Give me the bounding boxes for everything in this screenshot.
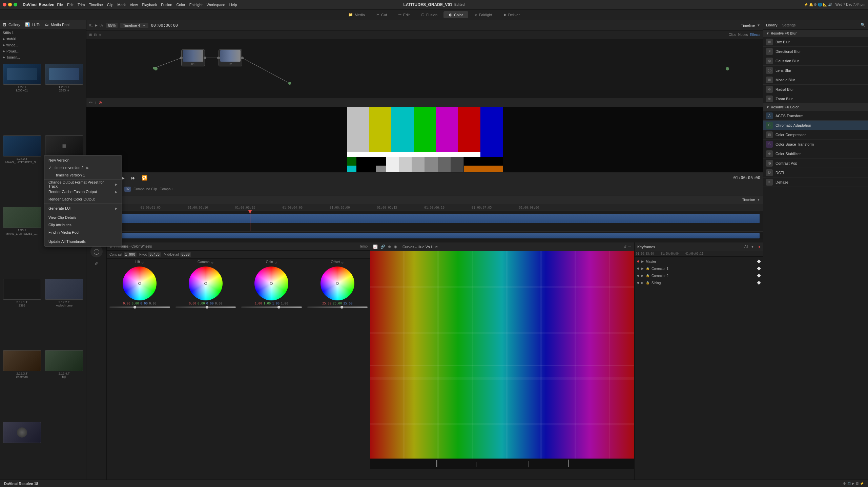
kf-record-icon[interactable]: ● — [758, 245, 760, 249]
arrow-icon[interactable]: ↑ — [95, 100, 97, 105]
maximize-button[interactable] — [14, 3, 17, 6]
menu-fairlight[interactable]: Fairlight — [189, 3, 203, 7]
v1-clip[interactable] — [96, 233, 760, 238]
tab-deliver[interactable]: ▶ Deliver — [498, 11, 525, 18]
curves-reset-icon[interactable]: ↺ — [624, 245, 626, 249]
media-item-1[interactable]: 1.27.1LOOK01 — [1, 64, 43, 134]
fx-gaussian-blur[interactable]: ◎ Gaussian Blur — [763, 56, 868, 66]
ctx-update-thumbnails[interactable]: Update All Thumbnails — [44, 238, 122, 245]
ctx-change-output-format[interactable]: Change Output Format Preset for Track ▶ — [44, 181, 122, 188]
stills-item-power[interactable]: ▶ Power... — [1, 48, 85, 54]
offset-reset-icon[interactable]: ↺ — [341, 261, 344, 264]
curves-icon-1[interactable]: 📈 — [373, 245, 378, 249]
media-item-9[interactable]: 2.12.3.Teastman — [1, 350, 43, 421]
node-02-right-connector[interactable] — [241, 57, 244, 59]
ctx-timeline-v1[interactable]: timeline version 1 — [44, 171, 122, 179]
all-label[interactable]: All — [744, 245, 748, 249]
color-section-expand[interactable]: ▼ — [766, 105, 769, 109]
fx-zoom-blur[interactable]: ⊕ Zoom Blur — [763, 94, 868, 104]
color-tool-pen[interactable]: ✐ — [92, 259, 101, 268]
temp-label[interactable]: Temp — [359, 245, 368, 248]
menu-workspace[interactable]: Workspace — [207, 3, 225, 7]
menu-file[interactable]: File — [57, 3, 63, 7]
fx-dehaze[interactable]: ≡ Dehaze — [763, 177, 868, 187]
fx-color-stabilizer[interactable]: ⊛ Color Stabilizer — [763, 149, 868, 158]
timeline-clip[interactable] — [90, 214, 760, 223]
fx-lens-blur[interactable]: ◯ Lens Blur — [763, 66, 868, 75]
gamma-slider[interactable] — [175, 306, 236, 308]
close-button[interactable] — [3, 3, 6, 6]
menu-trim[interactable]: Trim — [78, 3, 85, 7]
curves-icon-3[interactable]: ⊕ — [388, 245, 391, 249]
menu-fusion[interactable]: Fusion — [161, 3, 172, 7]
ctx-view-clip-details[interactable]: View Clip Details — [44, 214, 122, 221]
minimize-button[interactable] — [8, 3, 12, 6]
kf-expand-icon[interactable]: ▶ — [641, 260, 644, 263]
lift-slider[interactable] — [109, 306, 170, 308]
media-item-2[interactable]: 1.28.1.T2383_# — [44, 64, 85, 134]
tab-cut[interactable]: ✂ Cut — [371, 11, 392, 18]
kf-c2-expand-icon[interactable]: ▶ — [641, 274, 644, 277]
go-to-end-button[interactable]: ⏭ — [130, 174, 137, 182]
fx-mosaic-blur[interactable]: ⊞ Mosaic Blur — [763, 75, 868, 85]
lift-reset-icon[interactable]: ↺ — [141, 261, 144, 264]
color-tool-circle[interactable]: ◯ — [90, 245, 103, 257]
fx-dctl[interactable]: D DCTL — [763, 168, 868, 177]
menu-help[interactable]: Help — [229, 3, 237, 7]
library-search-icon[interactable]: 🔍 — [861, 23, 865, 27]
effects-label[interactable]: Effects — [750, 33, 760, 37]
ctx-render-cache-color[interactable]: Render Cache Color Output — [44, 195, 122, 203]
node-02[interactable]: 02 — [219, 49, 242, 66]
blur-section-expand[interactable]: ▼ — [766, 31, 769, 35]
ctx-timeline-v2[interactable]: ✓ timeline version 2 ▶ — [44, 164, 122, 171]
ctx-new-version[interactable]: New Version — [44, 156, 122, 164]
media-item-11[interactable] — [1, 422, 43, 486]
pencil-icon[interactable]: ✏ — [89, 100, 92, 105]
gamma-reset-icon[interactable]: ↺ — [211, 261, 214, 264]
ctx-generate-lut[interactable]: Generate LUT ▶ — [44, 205, 122, 212]
tab-fusion[interactable]: ⬡ Fusion — [416, 11, 443, 18]
gain-reset-icon[interactable]: ↺ — [274, 261, 277, 264]
gain-color-wheel[interactable] — [254, 267, 288, 300]
gain-slider[interactable] — [241, 306, 302, 308]
stills-item-windo[interactable]: ▶ windo... — [1, 42, 85, 48]
menu-color[interactable]: Color — [176, 3, 185, 7]
settings-title[interactable]: Settings — [782, 23, 796, 27]
node-tool-3[interactable]: ◇ — [99, 33, 101, 37]
media-item-10[interactable]: 2.12.4.Tfuji — [44, 350, 85, 421]
tab-edit[interactable]: ✏ Edit — [393, 11, 415, 18]
zoom-level[interactable]: 85% — [106, 23, 118, 28]
lift-color-wheel[interactable] — [123, 267, 157, 300]
mid-detail-value[interactable]: 0.00 — [180, 252, 191, 257]
media-item-7[interactable]: 2.12.1.T2383 — [1, 279, 43, 350]
tab-media[interactable]: 📁 Media — [343, 11, 370, 18]
gamma-color-wheel[interactable] — [189, 267, 223, 300]
timeline-selector[interactable]: Timeline 4 ▼ — [120, 23, 148, 28]
curves-menu-icon[interactable]: ⋯ — [628, 245, 631, 249]
timeline-chevron-icon[interactable]: ▼ — [757, 198, 760, 202]
clips-label[interactable]: Clips — [728, 33, 736, 37]
kf-add-icon[interactable]: ▼ — [751, 245, 754, 249]
node-01-left-connector[interactable] — [180, 57, 183, 59]
tab-color[interactable]: ◐ Color — [443, 11, 468, 18]
node-tool-2[interactable]: ⊟ — [94, 33, 97, 37]
tab-fairlight[interactable]: ♫ Fairlight — [469, 12, 497, 18]
menu-playback[interactable]: Playback — [142, 3, 157, 7]
menu-view[interactable]: View — [130, 3, 138, 7]
timeline-chevron[interactable]: ▼ — [757, 23, 760, 27]
contrast-value[interactable]: 1.000 — [124, 252, 137, 257]
ctx-clip-attributes[interactable]: Clip Attributes... — [44, 221, 122, 229]
ctx-render-cache-fusion[interactable]: Render Cache Fusion Output ▶ — [44, 188, 122, 195]
ctx-find-in-media-pool[interactable]: Find in Media Pool — [44, 229, 122, 236]
node-01-right-connector[interactable] — [204, 57, 206, 59]
fx-color-compressor[interactable]: ⊟ Color Compressor — [763, 130, 868, 140]
loop-button[interactable]: 🔁 — [141, 174, 148, 182]
curves-icon-2[interactable]: 🔗 — [380, 245, 385, 249]
node-tool-1[interactable]: ⊞ — [89, 33, 92, 37]
nodes-label[interactable]: Nodes — [738, 33, 748, 37]
menu-edit[interactable]: Edit — [67, 3, 74, 7]
fx-directional-blur[interactable]: ↗ Directional Blur — [763, 47, 868, 56]
fx-chromatic-adaptation[interactable]: C Chromatic Adaptation — [763, 121, 868, 130]
menu-mark[interactable]: Mark — [118, 3, 126, 7]
node-01[interactable]: 01 — [181, 49, 205, 66]
